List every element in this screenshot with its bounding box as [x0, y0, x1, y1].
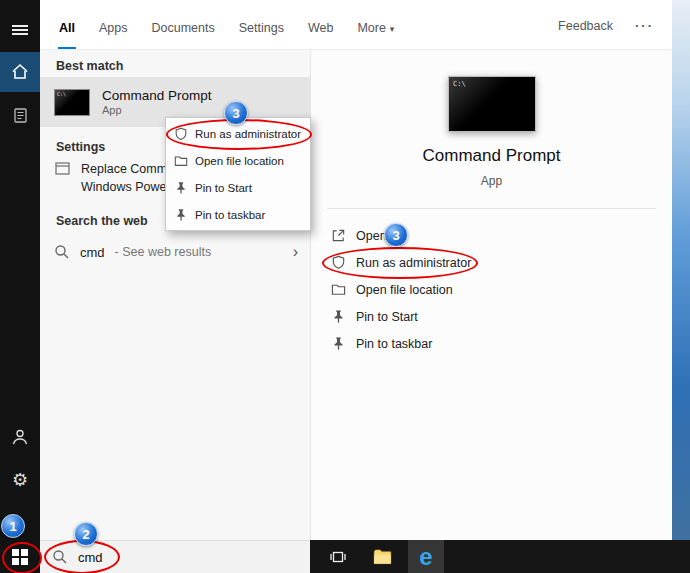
- settings-section-header: Settings: [56, 140, 105, 154]
- menu-item-label: Open file location: [195, 155, 284, 167]
- menu-item-open-file-location[interactable]: Open file location: [166, 147, 310, 174]
- window-icon: [54, 160, 71, 196]
- best-match-header: Best match: [56, 59, 123, 73]
- pin-icon: [331, 336, 346, 351]
- desktop-wallpaper: [672, 0, 690, 573]
- search-icon: [54, 244, 70, 260]
- task-view-button[interactable]: [320, 540, 356, 573]
- annotation-badge-2: 2: [74, 522, 98, 546]
- action-label: Pin to Start: [356, 310, 418, 324]
- action-open[interactable]: Open: [311, 222, 672, 249]
- tab-more-label: More: [357, 21, 385, 35]
- settings-result-line2: Windows Power: [81, 178, 174, 196]
- best-match-title: Command Prompt: [102, 88, 212, 105]
- menu-item-pin-to-taskbar[interactable]: Pin to taskbar: [166, 201, 310, 228]
- web-query-text: cmd: [80, 245, 105, 260]
- edge-button[interactable]: e: [408, 540, 444, 573]
- chevron-right-icon[interactable]: ›: [293, 244, 298, 260]
- home-icon: [10, 62, 30, 82]
- document-icon: [12, 107, 29, 124]
- shield-icon: [174, 127, 188, 141]
- action-label: Open file location: [356, 283, 453, 297]
- windows-search-screen: ⚙ All Apps Documents Settings Web More▾ …: [0, 0, 690, 573]
- web-search-result[interactable]: cmd - See web results ›: [40, 236, 310, 268]
- menu-item-pin-to-start[interactable]: Pin to Start: [166, 174, 310, 201]
- annotation-badge-3-menu: 3: [224, 101, 248, 125]
- context-menu: Run as administrator Open file location …: [165, 117, 311, 231]
- web-suffix-text: - See web results: [115, 245, 212, 259]
- hamburger-icon: [12, 23, 28, 37]
- pin-icon: [331, 309, 346, 324]
- action-open-file-location[interactable]: Open file location: [311, 276, 672, 303]
- shield-icon: [331, 255, 346, 270]
- preview-subtitle: App: [311, 174, 672, 188]
- command-prompt-icon: C:\: [54, 89, 90, 116]
- action-label: Run as administrator: [356, 256, 471, 270]
- annotation-badge-1: 1: [1, 514, 25, 538]
- sidebar-item-home[interactable]: [0, 52, 40, 92]
- action-label: Open: [356, 229, 387, 243]
- action-run-as-administrator[interactable]: Run as administrator: [311, 249, 672, 276]
- search-sidebar: ⚙: [0, 0, 40, 573]
- preview-title: Command Prompt: [311, 146, 672, 166]
- account-button[interactable]: [0, 417, 40, 457]
- chevron-down-icon: ▾: [390, 24, 395, 34]
- feedback-button[interactable]: Feedback: [558, 19, 613, 33]
- pin-icon: [174, 208, 188, 222]
- edge-icon: e: [419, 545, 432, 569]
- preview-actions: Open Run as administrator Open file loca…: [311, 222, 672, 357]
- annotation-badge-3-panel: 3: [384, 223, 408, 247]
- tab-apps[interactable]: Apps: [98, 5, 129, 49]
- action-pin-to-taskbar[interactable]: Pin to taskbar: [311, 330, 672, 357]
- settings-button[interactable]: ⚙: [0, 460, 40, 500]
- file-explorer-icon: [373, 548, 392, 565]
- sidebar-item-documents[interactable]: [0, 95, 40, 135]
- hamburger-button[interactable]: [0, 10, 40, 50]
- start-button[interactable]: [0, 540, 40, 573]
- folder-icon: [174, 154, 188, 168]
- best-match-subtitle: App: [102, 104, 212, 116]
- folder-icon: [331, 282, 346, 297]
- tab-web[interactable]: Web: [307, 5, 334, 49]
- account-icon: [10, 427, 30, 447]
- tab-all[interactable]: All: [58, 5, 76, 49]
- tab-more[interactable]: More▾: [356, 5, 395, 49]
- action-label: Pin to taskbar: [356, 337, 432, 351]
- gear-icon: ⚙: [12, 469, 28, 491]
- search-filter-bar: All Apps Documents Settings Web More▾ Fe…: [40, 0, 672, 50]
- open-icon: [331, 228, 346, 243]
- action-pin-to-start[interactable]: Pin to Start: [311, 303, 672, 330]
- menu-item-label: Pin to taskbar: [195, 209, 265, 221]
- taskbar: e: [310, 540, 690, 573]
- pin-icon: [174, 181, 188, 195]
- menu-item-label: Run as administrator: [195, 128, 301, 140]
- tab-documents[interactable]: Documents: [150, 5, 215, 49]
- divider: [327, 208, 656, 209]
- overflow-menu-icon[interactable]: ···: [635, 18, 654, 33]
- menu-item-label: Pin to Start: [195, 182, 252, 194]
- windows-start-icon: [12, 549, 28, 565]
- search-web-header: Search the web: [56, 214, 148, 228]
- settings-result-line1: Replace Comma: [81, 160, 174, 178]
- search-icon: [52, 549, 68, 565]
- command-prompt-preview-image: C:\: [448, 76, 536, 132]
- task-view-icon: [329, 548, 347, 566]
- file-explorer-button[interactable]: [364, 540, 400, 573]
- search-input-value: cmd: [78, 550, 103, 565]
- tab-settings[interactable]: Settings: [238, 5, 285, 49]
- result-preview-panel: C:\ Command Prompt App Open Run as admin…: [310, 50, 672, 540]
